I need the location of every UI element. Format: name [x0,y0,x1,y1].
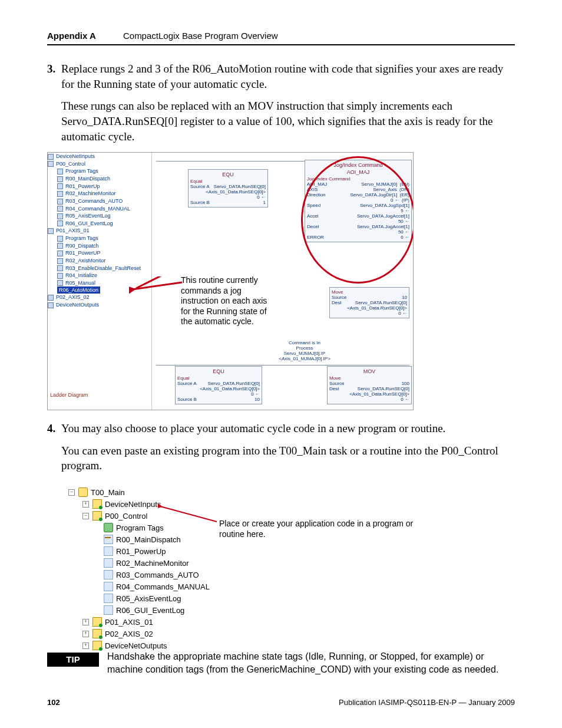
tip-text: Handshake the appropriate machine state … [107,650,515,676]
appendix-label: Appendix A [47,31,96,41]
tree-item-label: R02_MachineMonitor [116,559,189,568]
prog-icon [92,511,102,521]
tree-p02[interactable]: P02_AXIS_02 [56,294,90,300]
block-title: Equal [177,375,260,381]
callout-text: This routine currently commands a jog in… [181,275,275,327]
tree-item-label: DeviceNetOutputs [105,641,167,650]
step-4-text: You may also choose to place your automa… [61,421,515,436]
expander-icon[interactable]: − [68,489,75,496]
kv-k: Dest [332,300,341,305]
kv-v: Servo_DATA.RunSEQ[0] [214,184,266,189]
tree-row[interactable]: +P01_AXIS_01 [68,616,210,628]
block-rule-label: MOV [329,368,409,374]
page-number: 102 [47,698,60,707]
tree-row[interactable]: R02_MachineMonitor [68,557,210,569]
equ-block-2: EQU Equal Source AServo_DATA.RunSEQ[0] <… [175,366,262,404]
tree-item[interactable]: R00_Dispatch [65,243,99,249]
tree-item[interactable]: R04_Commands_MANUAL [65,206,130,212]
tree-row[interactable]: +P02_AXIS_02 [68,628,210,640]
tree-p01[interactable]: P01_AXIS_01 [56,228,90,233]
tree-row[interactable]: R01_PowerUp [68,545,210,557]
kv-v: 10 [402,295,407,300]
tree-row[interactable]: R04_Commands_MANUAL [68,581,210,592]
tree-item-selected[interactable]: R06_AutoMotion [57,286,100,294]
kv-k: Source A [190,184,209,189]
step-3: 3. Replace rungs 2 and 3 of the R06_Auto… [47,61,515,91]
tree-item[interactable]: R02_AxisMonitor [65,258,106,263]
tree-item-label: P00_Control [105,512,147,521]
expander-icon[interactable]: + [82,631,89,637]
kv-v: 0 ← [257,195,266,200]
step-3-text: Replace rungs 2 and 3 of the R06_AutoMot… [61,61,515,91]
kv-k: Source B [190,200,210,205]
tree-row[interactable]: R05_AxisEventLog [68,592,210,604]
expander-icon[interactable]: + [82,643,89,649]
kv-v: 0 ← [251,391,260,397]
tree-item[interactable]: R05_Manual [65,280,95,286]
publication-info: Publication IASIMP-QS011B-EN-P — January… [339,698,515,707]
tree-item[interactable]: R03_Commands_AUTO [65,198,123,204]
tree-item-label: DeviceNetInputs [105,500,161,509]
inprocess-label: Command is In Process Servo_MJMAJ[0].IP … [275,340,334,361]
task-icon [78,487,88,497]
page-footer: 102 Publication IASIMP-QS011B-EN-P — Jan… [47,698,515,707]
tree-item[interactable]: R01_PowerUP [65,250,101,256]
kv-v: <Axis_01_Data.RunSEQ[0]> [200,386,260,391]
routine-icon [104,558,113,568]
tree-item[interactable]: Program Tags [65,235,98,241]
red-arrow-icon [158,504,219,528]
tree-item[interactable]: R04_Initialize [65,272,97,278]
tree-root-c[interactable]: DeviceNetOutputs [56,302,99,308]
tree-item-label: R00_MainDispatch [116,535,181,544]
kv-v: Servo_DATA.RunSEQ[0] [208,381,260,386]
step-3-para: These rungs can also be replaced with an… [61,98,515,144]
kv-k: Source B [177,397,197,402]
tree-item[interactable]: R01_PowerUp [65,183,100,189]
block-title: Equal [190,179,266,184]
tree-row[interactable]: R06_GUI_EventLog [68,604,210,616]
tree-item-label: R06_GUI_EventLog [116,606,184,615]
figure-ladder: DeviceNetInputs P00_Control Program Tags… [47,152,414,410]
kv-v: Servo_DATA.RunSEQ[0] [355,300,407,305]
prog-icon [92,499,102,509]
tree-item[interactable]: R05_AxisEventLog [65,213,111,219]
tree-row[interactable]: R03_Commands_AUTO [68,569,210,581]
block-title: Move [332,289,407,295]
kv-v: <Axis_01_Data.RunSEQ[0]> [349,391,409,397]
routine-icon [104,570,113,579]
tree-item[interactable]: Program Tags [65,168,98,174]
expander-icon[interactable]: + [82,619,89,625]
tree-item[interactable]: R03_EnableDisable_FaultReset [65,265,141,271]
kv-v: 0 ← [401,397,409,402]
ladder-diagram-label: Ladder Diagram [50,392,88,398]
routine-icon [104,546,113,556]
tree-row[interactable]: +DeviceNetOutputs [68,640,210,651]
tree2-root[interactable]: T00_Main [91,488,125,497]
tip-row: TIP Handshake the appropriate machine st… [47,650,515,676]
tree-item[interactable]: R00_MainDispatch [65,176,110,182]
tree-root-b[interactable]: P00_Control [56,161,85,167]
tree-item-label: R04_Commands_MANUAL [116,582,210,591]
expander-icon[interactable]: − [82,513,89,519]
step-4-para: You can even paste an existing program i… [61,443,515,473]
tree-item[interactable]: R02_MachineMonitor [65,190,116,196]
expander-icon[interactable]: + [82,501,89,508]
tree-item-label: R05_AxisEventLog [116,594,181,603]
tree-root-a[interactable]: DeviceNetInputs [56,153,95,159]
move-block-1: Move Source10 DestServo_DATA.RunSEQ[0] <… [329,287,409,318]
block-rule-label: EQU [190,172,266,177]
step-3-number: 3. [47,61,61,91]
block-rule-label: EQU [177,368,260,374]
tip-badge: TIP [47,653,99,667]
routine-icon [104,605,113,615]
figure-tree: − T00_Main +DeviceNetInputs−P00_ControlP… [57,482,422,636]
tree-row[interactable]: R00_MainDispatch [68,533,210,545]
step-4-number: 4. [47,421,61,436]
tree-item-label: P01_AXIS_01 [105,618,153,627]
routine-icon [104,582,113,591]
kv-k: Source A [177,381,196,386]
tree-item[interactable]: R06_GUI_EventLog [65,220,113,226]
prog-icon [92,629,102,638]
tree-item-label: P02_AXIS_02 [105,630,153,638]
kv-k: Source [332,295,346,300]
